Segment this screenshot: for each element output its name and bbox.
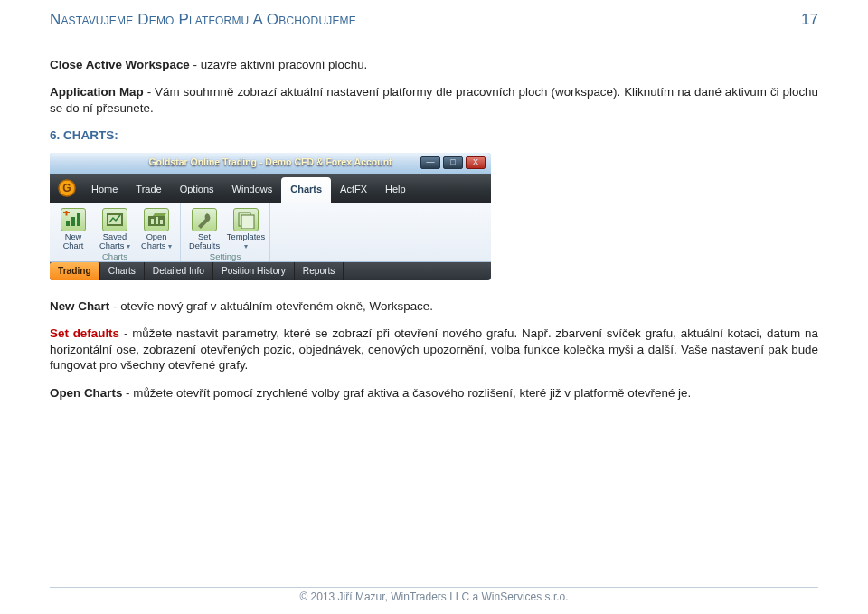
page-number: 17 [801, 11, 818, 29]
chart-saved-icon [102, 208, 127, 231]
window-controls: — □ X [420, 156, 486, 169]
svg-text:G: G [62, 182, 71, 194]
menu-windows[interactable]: Windows [223, 174, 282, 203]
svg-rect-16 [241, 215, 254, 229]
section-charts-heading: 6. CHARTS: [50, 128, 818, 144]
svg-rect-2 [66, 221, 70, 226]
tab-detailed-info[interactable]: Detailed Info [145, 262, 213, 280]
menubar: G HomeTradeOptionsWindowsChartsActFXHelp [50, 174, 491, 203]
ribbon-group-settings: SetDefaultsTemplates ▾Settings [181, 203, 270, 261]
term: New Chart [50, 299, 109, 313]
svg-rect-4 [77, 213, 80, 226]
paragraph-set-defaults: Set defaults - můžete nastavit parametry… [50, 326, 818, 373]
menu-options[interactable]: Options [171, 174, 223, 203]
tab-charts[interactable]: Charts [100, 262, 145, 280]
app-screenshot: Goldstar Online Trading - Demo CFD & For… [50, 153, 818, 280]
paragraph-new-chart: New Chart - otevře nový graf v aktuálním… [50, 298, 818, 314]
ribbon-open-charts[interactable]: OpenCharts ▾ [136, 205, 177, 251]
ribbon-group-label: Charts [52, 250, 177, 262]
maximize-button[interactable]: □ [443, 156, 463, 169]
paragraph-open-charts: Open Charts - můžete otevřít pomocí zryc… [50, 385, 818, 401]
page-content: Close Active Workspace - uzavře aktivní … [0, 33, 868, 401]
svg-rect-11 [156, 217, 158, 224]
page-header: Nastavujeme Demo Platformu A Obchodujeme… [0, 0, 868, 33]
chart-plus-icon [61, 208, 86, 231]
svg-rect-6 [66, 211, 68, 216]
minimize-button[interactable]: — [420, 156, 440, 169]
titlebar: Goldstar Online Trading - Demo CFD & For… [50, 153, 491, 174]
ribbon-group-label: Settings [184, 250, 267, 262]
svg-rect-12 [160, 220, 163, 224]
tabs-row: TradingChartsDetailed InfoPosition Histo… [50, 262, 491, 280]
svg-rect-10 [151, 219, 154, 224]
menu-actfx[interactable]: ActFX [331, 174, 376, 203]
ribbon-new-chart[interactable]: NewChart [52, 205, 94, 251]
menu-home[interactable]: Home [82, 174, 127, 203]
term: Set defaults [50, 326, 119, 340]
term: Application Map [50, 85, 144, 99]
ribbon-group-charts: NewChartSavedCharts ▾OpenCharts ▾Charts [50, 203, 181, 261]
svg-rect-3 [71, 217, 75, 226]
page-footer: © 2013 Jiří Mazur, WinTraders LLC a WinS… [50, 587, 818, 603]
tab-trading[interactable]: Trading [50, 262, 100, 280]
paragraph-close-workspace: Close Active Workspace - uzavře aktivní … [50, 57, 818, 72]
paragraph-application-map: Application Map - Vám souhrnně zobrazí a… [50, 84, 818, 116]
ribbon-saved-charts[interactable]: SavedCharts ▾ [94, 205, 136, 251]
app-window: Goldstar Online Trading - Demo CFD & For… [50, 153, 491, 280]
menu-help[interactable]: Help [376, 174, 415, 203]
term: Open Charts [50, 386, 122, 400]
ribbon: NewChartSavedCharts ▾OpenCharts ▾ChartsS… [50, 203, 491, 262]
brand-icon: G [53, 174, 80, 203]
menu-trade[interactable]: Trade [127, 174, 170, 203]
close-button[interactable]: X [466, 156, 486, 169]
menu-charts[interactable]: Charts [281, 177, 331, 203]
tab-reports[interactable]: Reports [295, 262, 344, 280]
tab-position-history[interactable]: Position History [213, 262, 295, 280]
templates-icon [233, 208, 259, 231]
wrench-icon [192, 208, 217, 231]
chart-open-icon [144, 208, 169, 231]
header-title: Nastavujeme Demo Platformu A Obchodujeme [50, 11, 356, 29]
ribbon-templates-[interactable]: Templates ▾ [225, 205, 267, 251]
ribbon-set-defaults[interactable]: SetDefaults [184, 205, 225, 251]
term: Close Active Workspace [50, 58, 190, 71]
